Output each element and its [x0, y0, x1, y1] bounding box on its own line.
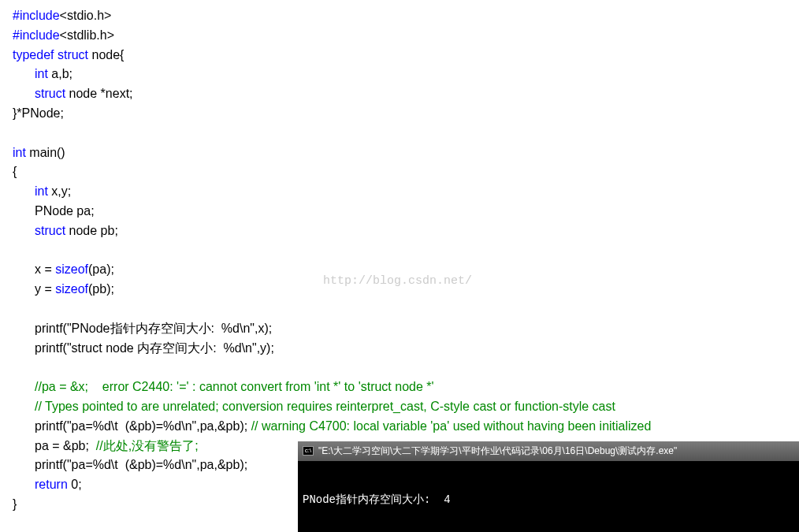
keyword-sizeof: sizeof	[55, 282, 88, 296]
keyword-int: int	[35, 67, 48, 80]
console-line: PNode指针内存空间大小: 4	[303, 493, 794, 507]
code-line: int main()	[13, 143, 786, 163]
text: 0;	[68, 478, 82, 491]
preproc: #include	[13, 9, 60, 22]
console-titlebar[interactable]: c:\ "E:\大二学习空间\大二下学期学习\平时作业\代码记录\06月\16日…	[298, 441, 799, 461]
keyword-struct: struct	[58, 48, 88, 61]
code-block: #include<stdio.h> #include<stdlib.h> typ…	[13, 6, 786, 515]
keyword-return: return	[35, 478, 68, 491]
blank-line	[13, 299, 786, 319]
blank-line	[13, 124, 786, 143]
header: <stdlib.h>	[60, 28, 114, 42]
code-line: }*PNode;	[13, 104, 786, 124]
keyword-sizeof: sizeof	[55, 262, 88, 276]
code-line: struct node pb;	[13, 221, 786, 241]
keyword-int: int	[35, 184, 48, 198]
code-line: typedef struct node{	[13, 46, 786, 65]
code-line: //pa = &x; error C2440: '=' : cannot con…	[13, 378, 786, 397]
text: pa = &pb;	[35, 439, 96, 452]
text: node pb;	[65, 224, 118, 237]
keyword-int: int	[13, 146, 26, 159]
printf-call: printf("pa=%d\t (&pb)=%d\n",pa,&pb);	[35, 419, 251, 433]
printf-call: printf("PNode指针内存空间大小: %d\n",x);	[35, 322, 272, 335]
text: x =	[35, 262, 55, 276]
code-line: struct node *next;	[13, 84, 786, 104]
keyword-struct: struct	[35, 87, 65, 100]
code-line: // Types pointed to are unrelated; conve…	[13, 397, 786, 417]
code-line: #include<stdio.h>	[13, 6, 786, 26]
text: (pb);	[88, 282, 114, 296]
code-line: {	[13, 162, 786, 182]
comment: // Types pointed to are unrelated; conve…	[35, 400, 615, 413]
text: (pa);	[88, 262, 114, 276]
comment: //pa = &x; error C2440: '=' : cannot con…	[35, 380, 434, 393]
keyword-typedef: typedef	[13, 48, 54, 61]
header: <stdio.h>	[60, 9, 112, 22]
comment: //此处,没有警告了;	[96, 439, 199, 452]
text: }*PNode;	[13, 106, 64, 120]
code-line: y = sizeof(pb);	[13, 280, 786, 299]
text: x,y;	[48, 184, 71, 198]
blank-line	[13, 241, 786, 261]
text: a,b;	[48, 67, 72, 80]
text: {	[13, 165, 17, 178]
code-line: printf("struct node 内存空间大小: %d\n",y);	[13, 339, 786, 359]
code-line: #include<stdlib.h>	[13, 26, 786, 46]
text: }	[13, 497, 17, 511]
code-line: int x,y;	[13, 182, 786, 202]
preproc: #include	[13, 28, 60, 42]
text: node{	[88, 48, 124, 61]
printf-call: printf("struct node 内存空间大小: %d\n",y);	[35, 341, 274, 355]
keyword-struct: struct	[35, 224, 65, 237]
comment: // warning C4700: local variable 'pa' us…	[251, 419, 652, 433]
text: PNode pa;	[35, 204, 95, 218]
printf-call: printf("pa=%d\t (&pb)=%d\n",pa,&pb);	[35, 458, 247, 471]
console-title: "E:\大二学习空间\大二下学期学习\平时作业\代码记录\06月\16日\Deb…	[318, 444, 677, 459]
code-line: int a,b;	[13, 65, 786, 84]
code-line: PNode pa;	[13, 202, 786, 221]
code-line: printf("pa=%d\t (&pb)=%d\n",pa,&pb); // …	[13, 417, 786, 437]
text: node *next;	[65, 87, 132, 100]
text: main()	[26, 146, 65, 159]
text: y =	[35, 282, 55, 296]
cmd-icon: c:\	[303, 446, 314, 456]
console-window: c:\ "E:\大二学习空间\大二下学期学习\平时作业\代码记录\06月\16日…	[298, 441, 799, 532]
blank-line	[13, 358, 786, 378]
code-line: x = sizeof(pa);	[13, 260, 786, 280]
code-line: printf("PNode指针内存空间大小: %d\n",x);	[13, 319, 786, 339]
console-body: PNode指针内存空间大小: 4 struct node 内存空间大小: 12 …	[298, 461, 799, 532]
